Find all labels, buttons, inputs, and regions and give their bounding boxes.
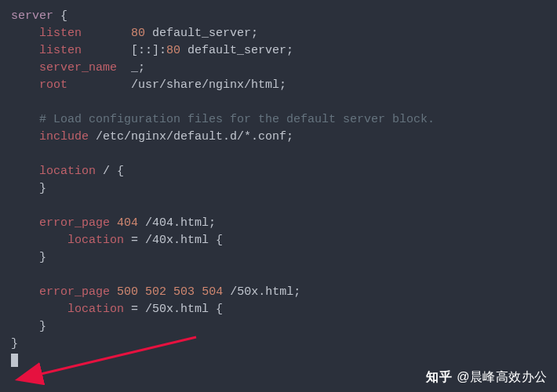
code-token: } [11,320,46,333]
code-token: } [11,182,46,195]
code-token [11,113,39,126]
code-token [82,27,131,40]
code-token: 503 [173,285,195,299]
code-token: 80 [131,27,145,40]
code-token: _; [117,61,145,74]
code-token: /50x.html; [223,285,300,299]
code-token: = /40x.html { [124,234,223,247]
code-token: location [39,165,96,178]
code-block: server { listen 80 default_server; liste… [0,0,557,378]
code-token [138,285,145,299]
code-token [166,285,173,299]
code-token: include [39,130,89,143]
code-token [11,44,39,57]
code-token [195,285,202,299]
code-token: listen [39,27,82,40]
code-token [11,165,39,178]
code-token: } [11,251,46,264]
code-token [11,285,39,299]
code-token: error_page [39,285,110,299]
cursor-icon [11,354,18,367]
code-comment: # Load configuration files for the defau… [39,113,435,126]
code-token: 80 [166,44,180,57]
code-token [11,61,39,74]
code-token [11,27,39,40]
code-token: default_server; [145,27,258,40]
watermark-author: @晨峰高效办公 [457,368,548,386]
code-token: error_page [39,216,110,230]
code-token: = /50x.html { [124,303,223,316]
code-token: location [67,303,124,316]
code-token: [::]: [82,44,166,57]
code-token [11,234,67,247]
zhihu-logo-icon: 知乎 [426,368,452,386]
code-token: listen [39,44,82,57]
code-token: 502 [145,285,166,299]
code-token: /usr/share/nginx/html; [67,78,286,92]
code-token [110,285,117,299]
code-token: 500 [117,285,138,299]
code-token [11,78,39,92]
code-token: / { [96,165,124,178]
code-token: { [53,9,67,23]
code-token: /404.html; [138,216,216,230]
code-token: 404 [117,216,138,230]
code-token [110,216,117,230]
code-token: /etc/nginx/default.d/*.conf; [89,130,293,143]
code-token: server_name [39,61,117,74]
code-token [11,130,39,143]
code-token: root [39,78,67,92]
code-token: default_server; [180,44,293,57]
code-token: server [11,9,53,23]
code-token: location [67,234,124,247]
code-token: 504 [202,285,223,299]
code-token [11,216,39,230]
code-token: } [11,337,18,350]
code-token [11,303,67,316]
watermark: 知乎 @晨峰高效办公 [426,368,548,386]
